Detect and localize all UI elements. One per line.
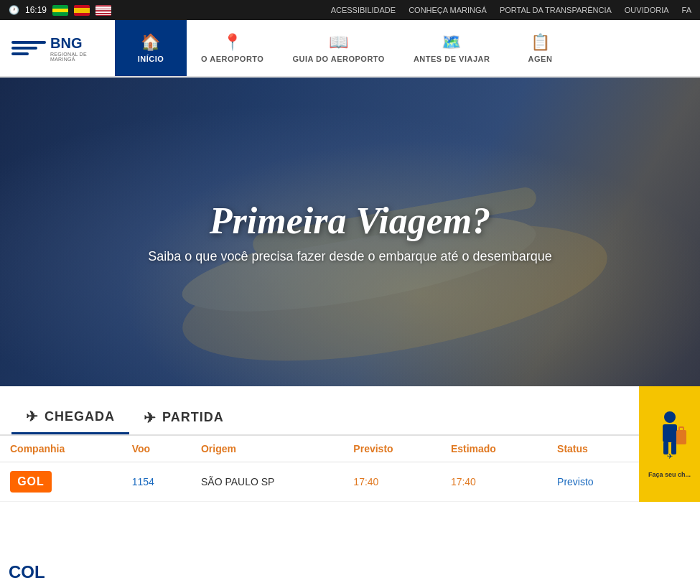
cell-estimado: 17:40	[441, 462, 547, 502]
cell-voo: 1154	[122, 462, 191, 502]
nav-portal[interactable]: PORTAL DA TRANSPARÊNCIA	[500, 6, 612, 14]
logo-area: BNG REGIONAL DE MARINGÁ	[0, 20, 115, 76]
top-bar-left: 🕐 16:19	[9, 5, 111, 16]
tab-partida[interactable]: ✈ PARTIDA	[129, 402, 238, 434]
col-origem: Origem	[191, 436, 343, 462]
nav-conheca[interactable]: CONHEÇA MARINGÁ	[409, 6, 487, 14]
col-previsto: Previsto	[343, 436, 441, 462]
svg-rect-4	[663, 424, 677, 442]
flag-brazil[interactable]	[52, 5, 68, 16]
nav-ouvidoria[interactable]: OUVIDORIA	[625, 6, 669, 14]
chegada-icon: ✈	[26, 408, 39, 425]
nav-agen[interactable]: 📋 AGEN	[504, 20, 576, 76]
nav-antes[interactable]: 🗺️ ANTES DE VIAJAR	[399, 20, 505, 76]
cell-origem: SÃO PAULO SP	[191, 462, 343, 502]
flights-section: ✈ CHEGADA ✈ PARTIDA Companhia Voo Origem…	[0, 386, 700, 502]
svg-text:✈: ✈	[667, 452, 673, 460]
flag-spain[interactable]	[74, 5, 90, 16]
flight-table: Companhia Voo Origem Previsto Estimado S…	[0, 436, 639, 502]
tab-chegada-label: CHEGADA	[45, 409, 115, 424]
book-icon: 📖	[329, 33, 349, 52]
partida-icon: ✈	[144, 409, 157, 426]
flag-usa[interactable]	[95, 5, 111, 16]
hero-title: Primeira Viagem?	[210, 200, 490, 242]
col-estimado: Estimado	[441, 436, 547, 462]
gol-logo: GOL	[10, 471, 52, 493]
nav-agen-label: AGEN	[528, 55, 553, 63]
home-icon: 🏠	[141, 33, 161, 52]
col-companhia: Companhia	[0, 436, 122, 462]
tab-partida-label: PARTIDA	[162, 410, 224, 425]
nav-aeroporto-label: O AEROPORTO	[201, 55, 263, 63]
compass-icon: 🗺️	[442, 33, 462, 52]
cell-previsto: 17:40	[343, 462, 441, 502]
nav-guia-label: GUIA DO AEROPORTO	[292, 55, 385, 63]
hero-banner: Primeira Viagem? Saiba o que você precis…	[0, 78, 700, 386]
nav-acessibilidade[interactable]: ACESSIBILIDADE	[331, 6, 396, 14]
hero-subtitle: Saiba o que você precisa fazer desde o e…	[148, 249, 551, 264]
right-widget[interactable]: ✈ Faça seu ch...	[639, 386, 700, 502]
top-bar-right: ACESSIBILIDADE CONHEÇA MARINGÁ PORTAL DA…	[331, 6, 691, 14]
nav-inicio[interactable]: 🏠 INÍCIO	[115, 20, 187, 76]
table-row: GOL 1154 SÃO PAULO SP 17:40 17:40 Previs…	[0, 462, 639, 502]
widget-person-icon: ✈	[652, 410, 688, 467]
nav-inicio-label: INÍCIO	[138, 55, 164, 63]
logo-bng: BNG	[50, 35, 103, 52]
agent-icon: 📋	[531, 33, 551, 52]
nav-bar: BNG REGIONAL DE MARINGÁ 🏠 INÍCIO 📍 O AER…	[0, 20, 700, 78]
clock-icon: 🕐	[9, 5, 19, 15]
svg-rect-8	[679, 427, 683, 431]
flights-tabs: ✈ CHEGADA ✈ PARTIDA	[0, 401, 700, 436]
nav-aeroporto[interactable]: 📍 O AEROPORTO	[187, 20, 278, 76]
cell-companhia: GOL	[0, 462, 122, 502]
col-status: Status	[547, 436, 639, 462]
nav-fa[interactable]: FA	[682, 6, 691, 14]
nav-antes-label: ANTES DE VIAJAR	[414, 55, 490, 63]
nav-items: 🏠 INÍCIO 📍 O AEROPORTO 📖 GUIA DO AEROPOR…	[115, 20, 700, 76]
flight-table-area: Companhia Voo Origem Previsto Estimado S…	[0, 436, 639, 502]
top-bar: 🕐 16:19 ACESSIBILIDADE CONHEÇA MARINGÁ P…	[0, 0, 700, 20]
location-icon: 📍	[223, 33, 243, 52]
tab-chegada[interactable]: ✈ CHEGADA	[11, 401, 129, 434]
svg-point-3	[664, 411, 676, 423]
time-display: 16:19	[25, 5, 47, 15]
widget-label: Faça seu ch...	[648, 471, 691, 478]
col-voo: Voo	[122, 436, 191, 462]
person-svg: ✈	[652, 410, 688, 460]
cell-status: Previsto	[547, 462, 639, 502]
logo-sub: REGIONAL DE MARINGÁ	[50, 52, 103, 62]
nav-guia[interactable]: 📖 GUIA DO AEROPORTO	[278, 20, 399, 76]
